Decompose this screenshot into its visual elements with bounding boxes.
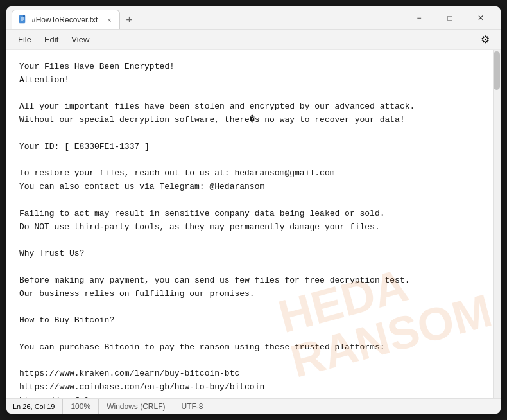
main-window: #HowToRecover.txt × + − □ ✕ File Edit Vi… xyxy=(6,6,501,414)
line-2: Attention! xyxy=(19,74,488,87)
tab-close-button[interactable]: × xyxy=(104,15,114,25)
line-12: Failing to act may result in sensitive c… xyxy=(19,207,488,221)
line-10: You can also contact us via Telegram: @H… xyxy=(19,180,488,194)
scrollbar[interactable] xyxy=(493,50,501,398)
minimize-button[interactable]: − xyxy=(404,8,434,28)
line-17: Before making any payment, you can send … xyxy=(19,274,488,288)
line-24: https://www.kraken.com/learn/buy-bitcoin… xyxy=(19,367,488,381)
line-18: Our business relies on fulfilling our pr… xyxy=(19,288,488,301)
line-22: You can purchase Bitcoin to pay the rans… xyxy=(19,341,488,354)
menubar: File Edit View ⚙ xyxy=(6,30,501,50)
line-25: https://www.coinbase.com/en-gb/how-to-bu… xyxy=(19,381,488,394)
close-button[interactable]: ✕ xyxy=(466,8,495,28)
line-ending: Windows (CRLF) xyxy=(99,399,173,414)
line-7: Your ID: [ E8330FE1-1337 ] xyxy=(19,141,488,154)
window-controls: − □ ✕ xyxy=(404,8,495,28)
cursor-position: Ln 26, Col 19 xyxy=(13,399,63,414)
titlebar: #HowToRecover.txt × + − □ ✕ xyxy=(6,6,501,30)
maximize-button[interactable]: □ xyxy=(435,8,465,28)
line-15: Why Trust Us? xyxy=(19,247,488,261)
line-9: To restore your files, reach out to us a… xyxy=(19,167,488,180)
active-tab[interactable]: #HowToRecover.txt × xyxy=(12,10,120,29)
zoom-level: 100% xyxy=(63,399,99,414)
line-13: Do NOT use third-party tools, as they ma… xyxy=(19,221,488,234)
editor-content: Your Files Have Been Encrypted! Attentio… xyxy=(6,50,501,398)
line-4: All your important files have been stole… xyxy=(19,100,488,114)
statusbar: Ln 26, Col 19 100% Windows (CRLF) UTF-8 xyxy=(6,398,501,414)
text-content[interactable]: Your Files Have Been Encrypted! Attentio… xyxy=(6,50,501,398)
tab-title: #HowToRecover.txt xyxy=(31,15,98,24)
encoding: UTF-8 xyxy=(173,399,211,414)
file-icon xyxy=(19,15,28,24)
line-20: How to Buy Bitcoin? xyxy=(19,314,488,328)
line-5: Without our special decryption software,… xyxy=(19,114,488,127)
file-menu[interactable]: File xyxy=(12,32,38,47)
view-menu[interactable]: View xyxy=(65,32,96,47)
new-tab-button[interactable]: + xyxy=(120,11,138,29)
scrollbar-thumb[interactable] xyxy=(494,51,500,90)
line-26: https://paxful.com xyxy=(19,394,488,398)
settings-button[interactable]: ⚙ xyxy=(475,30,495,50)
tab-area: #HowToRecover.txt × + xyxy=(12,6,404,29)
svg-rect-1 xyxy=(23,15,25,17)
edit-menu[interactable]: Edit xyxy=(38,32,65,47)
line-1: Your Files Have Been Encrypted! xyxy=(19,60,488,74)
